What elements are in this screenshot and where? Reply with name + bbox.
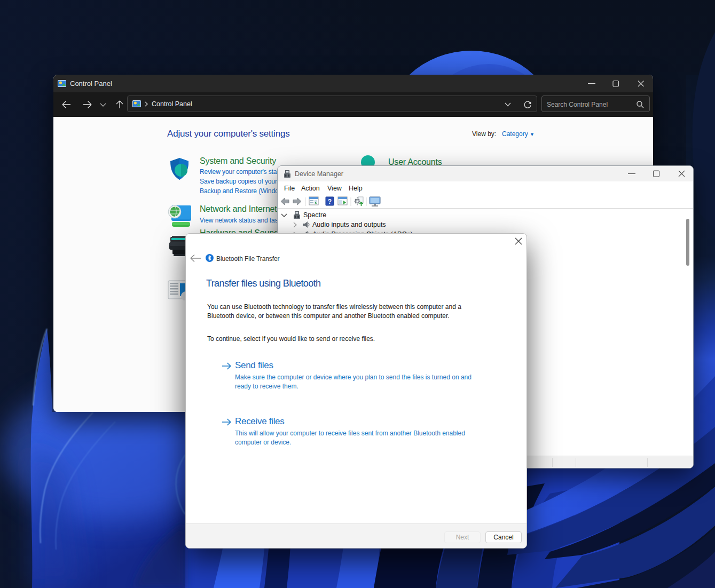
svg-text:?: ? (328, 198, 332, 205)
